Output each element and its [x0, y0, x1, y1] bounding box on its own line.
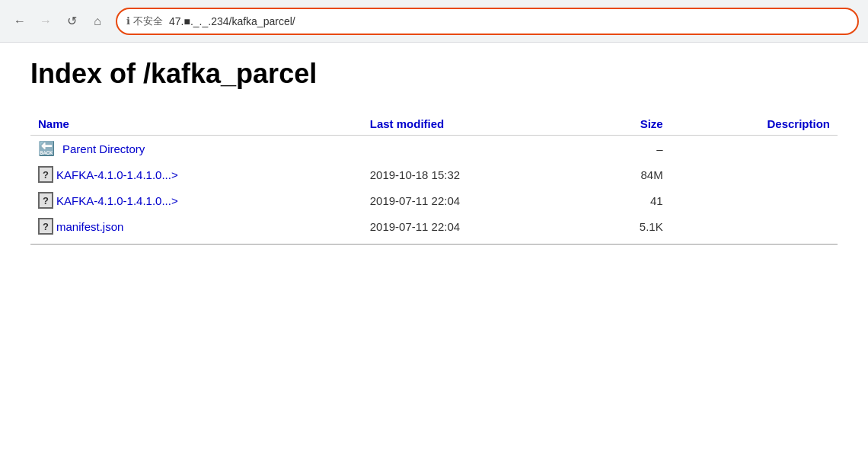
- last-modified-cell: 2019-07-11 22:04: [362, 187, 588, 213]
- description-column-header[interactable]: Description: [671, 113, 838, 136]
- table-row: ? KAFKA-4.1.0-1.4.1.0...> 2019-07-11 22:…: [30, 187, 838, 213]
- last-modified-cell: 2019-10-18 15:32: [362, 161, 588, 187]
- last-modified-cell: 2019-07-11 22:04: [362, 213, 588, 239]
- manifest-json-link[interactable]: manifest.json: [56, 220, 123, 233]
- unknown-file-icon: ?: [38, 166, 53, 183]
- security-label: 不安全: [133, 14, 163, 28]
- kafka-file-2-link[interactable]: KAFKA-4.1.0-1.4.1.0...>: [56, 194, 178, 207]
- size-cell: 84M: [588, 161, 671, 187]
- name-cell: ? KAFKA-4.1.0-1.4.1.0...>: [30, 187, 362, 213]
- last-modified-column-header[interactable]: Last modified: [362, 113, 588, 136]
- file-listing-table: Name Last modified Size Description 🔙 Pa…: [30, 113, 838, 239]
- size-cell: 41: [588, 187, 671, 213]
- address-bar[interactable]: ℹ 不安全 47.■._._.234/kafka_parcel/: [116, 8, 859, 35]
- nav-buttons: ← → ↺ ⌂: [9, 11, 108, 32]
- size-column-header[interactable]: Size: [588, 113, 671, 136]
- forward-button[interactable]: →: [35, 11, 56, 32]
- size-cell: 5.1K: [588, 213, 671, 239]
- name-cell: 🔙 Parent Directory: [30, 136, 362, 162]
- url-text: 47.■._._.234/kafka_parcel/: [169, 15, 848, 27]
- table-row: ? manifest.json 2019-07-11 22:04 5.1K: [30, 213, 838, 239]
- page-content: Index of /kafka_parcel Name Last modifie…: [0, 43, 868, 264]
- kafka-file-1-link[interactable]: KAFKA-4.1.0-1.4.1.0...>: [56, 168, 178, 181]
- table-row: ? KAFKA-4.1.0-1.4.1.0...> 2019-10-18 15:…: [30, 161, 838, 187]
- home-button[interactable]: ⌂: [87, 11, 108, 32]
- back-button[interactable]: ←: [9, 11, 30, 32]
- desc-cell: [671, 136, 838, 162]
- desc-cell: [671, 187, 838, 213]
- security-info: ℹ 不安全: [126, 14, 163, 28]
- info-icon: ℹ: [126, 15, 130, 27]
- parent-directory-link[interactable]: Parent Directory: [62, 142, 145, 155]
- browser-chrome: ← → ↺ ⌂ ℹ 不安全 47.■._._.234/kafka_parcel/: [0, 0, 868, 43]
- name-cell: ? KAFKA-4.1.0-1.4.1.0...>: [30, 161, 362, 187]
- table-header-row: Name Last modified Size Description: [30, 113, 838, 136]
- last-modified-cell: [362, 136, 588, 162]
- page-title: Index of /kafka_parcel: [30, 58, 838, 90]
- unknown-file-icon: ?: [38, 192, 53, 209]
- name-column-header[interactable]: Name: [30, 113, 362, 136]
- refresh-button[interactable]: ↺: [61, 11, 82, 32]
- size-cell: –: [588, 136, 671, 162]
- parent-dir-icon: 🔙: [38, 140, 55, 157]
- table-row: 🔙 Parent Directory –: [30, 136, 838, 162]
- desc-cell: [671, 213, 838, 239]
- desc-cell: [671, 161, 838, 187]
- unknown-file-icon: ?: [38, 218, 53, 235]
- name-cell: ? manifest.json: [30, 213, 362, 239]
- bottom-divider: [30, 244, 838, 245]
